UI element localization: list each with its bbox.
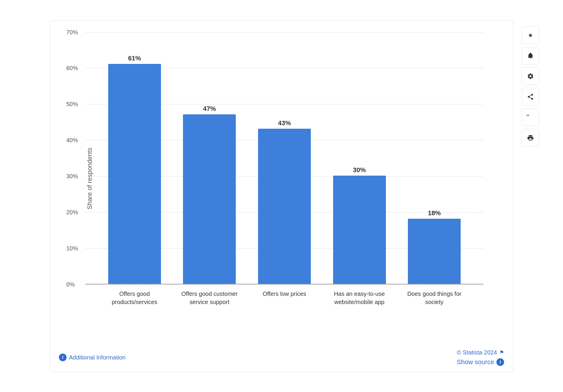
show-source-button[interactable]: Show source i <box>457 358 504 366</box>
x-axis-label: Has an easy-to-use website/mobile app <box>330 290 389 306</box>
gridline-label: 60% <box>66 65 78 72</box>
chart-inner: 70%60%50%40%30%20%10%0% 61%47%43%30%18% <box>85 32 484 284</box>
notification-button[interactable] <box>522 47 539 65</box>
gridline-label: 50% <box>66 101 78 108</box>
bar-value-label: 30% <box>353 166 366 174</box>
additional-info-label: Additional Information <box>69 354 126 361</box>
page-wrapper: ★ " <box>0 0 563 392</box>
bar <box>333 176 386 284</box>
x-axis-label: Offers low prices <box>255 290 314 306</box>
bar-group: 18% <box>405 209 464 284</box>
quote-button[interactable]: " <box>522 108 539 126</box>
additional-info-button[interactable]: i Additional Information <box>59 354 126 361</box>
bar <box>183 114 236 284</box>
bookmark-button[interactable]: ★ <box>522 26 539 44</box>
x-axis-label: Does good things for society <box>405 290 464 306</box>
flag-icon: ⚑ <box>499 349 504 356</box>
bar-value-label: 43% <box>278 119 291 127</box>
bar <box>408 219 461 284</box>
svg-text:": " <box>526 114 530 121</box>
side-toolbar: ★ " <box>522 26 539 147</box>
info-icon: i <box>59 354 67 361</box>
gridline-label: 70% <box>66 29 78 35</box>
settings-button[interactable] <box>522 67 539 85</box>
chart-area: Share of respondents 70%60%50%40%30%20%1… <box>85 32 484 325</box>
bar-group: 30% <box>330 166 389 284</box>
gridline <box>85 284 484 285</box>
chart-container: ★ " <box>50 20 513 372</box>
print-button[interactable] <box>522 129 539 147</box>
bars-wrapper: 61%47%43%30%18% <box>85 32 484 284</box>
bar-group: 43% <box>255 119 314 284</box>
gridline-label: 20% <box>66 209 78 215</box>
show-source-info-icon: i <box>496 358 504 366</box>
x-axis-label: Offers good products/services <box>105 290 164 306</box>
gridline-label: 10% <box>66 245 78 252</box>
bar-value-label: 18% <box>428 209 441 217</box>
gridline-label: 0% <box>66 281 75 288</box>
share-button[interactable] <box>522 88 539 106</box>
x-axis-label: Offers good customer service support <box>180 290 239 306</box>
bar <box>258 129 311 284</box>
show-source-label: Show source <box>457 358 494 366</box>
bar-value-label: 47% <box>203 105 216 113</box>
gridline-label: 30% <box>66 173 78 179</box>
chart-footer: i Additional Information © Statista 2024… <box>50 349 513 366</box>
statista-credit: © Statista 2024 ⚑ <box>457 349 504 356</box>
bar-group: 61% <box>105 55 164 284</box>
gridline-label: 40% <box>66 137 78 144</box>
x-labels: Offers good products/servicesOffers good… <box>85 284 484 306</box>
footer-right: © Statista 2024 ⚑ Show source i <box>457 349 504 366</box>
bar-group: 47% <box>180 105 239 284</box>
statista-credit-text: © Statista 2024 <box>457 349 497 356</box>
bar-value-label: 61% <box>128 55 141 62</box>
bar <box>108 64 161 284</box>
